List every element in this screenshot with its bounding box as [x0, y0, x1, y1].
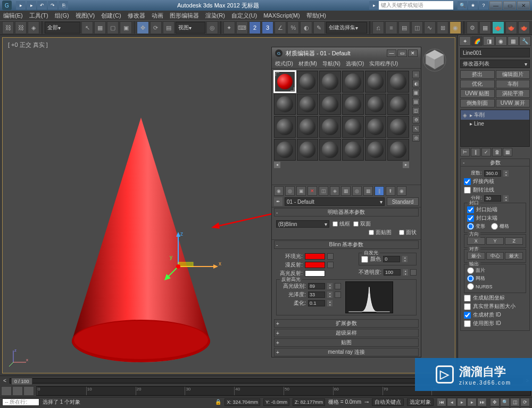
maximize-button[interactable]: ▭ — [503, 1, 516, 10]
tool-spinner-icon[interactable]: ◐ — [300, 21, 312, 34]
slot-10[interactable] — [342, 94, 364, 115]
shader-dropdown[interactable]: (B)Blinn▾ — [276, 220, 329, 228]
diffuse-swatch[interactable] — [305, 262, 325, 268]
autokey-button[interactable]: 自动关键点 — [372, 398, 404, 406]
side-select-icon[interactable]: ↖ — [412, 125, 420, 132]
two-sided-checkbox[interactable] — [353, 221, 359, 227]
minimize-button[interactable]: — — [489, 1, 502, 10]
degrees-spinner[interactable]: 360.0 — [484, 170, 501, 177]
transport-start-icon[interactable]: ⏮ — [437, 398, 446, 406]
slot-7[interactable] — [274, 94, 296, 115]
nav-zoom-icon[interactable]: 🔍 — [500, 398, 510, 406]
real-uv-checkbox[interactable] — [464, 303, 471, 310]
slot-15[interactable] — [319, 116, 341, 138]
use-ids-checkbox[interactable] — [464, 320, 471, 327]
rollout-mentalray[interactable]: +mental ray 连接 — [274, 348, 419, 356]
tool-link-icon[interactable]: ⛓ — [2, 21, 14, 34]
gen-ids-checkbox[interactable] — [464, 312, 471, 319]
tab-utilities-icon[interactable]: 🔧 — [519, 36, 531, 46]
stack-config-icon[interactable]: ▦ — [503, 148, 512, 156]
tb-save-icon[interactable]: ▸ — [27, 1, 36, 10]
cap-end-checkbox[interactable] — [467, 215, 474, 222]
tool-scale-icon[interactable]: ▤ — [163, 21, 174, 34]
viewport-label[interactable]: [ +0 正交 真实 ] — [8, 41, 48, 49]
soften-spinner[interactable]: 0.1 — [308, 300, 325, 306]
slot-18[interactable] — [387, 116, 409, 138]
rollout-maps[interactable]: +贴图 — [274, 338, 419, 347]
mod-uvwunwrap[interactable]: UVW 展开 — [496, 99, 530, 107]
tb-open-icon[interactable]: ▸ — [16, 1, 26, 10]
tab-motion-icon[interactable]: ◉ — [495, 36, 507, 46]
nav-orbit-icon[interactable]: ⟳ — [520, 398, 530, 406]
mat-menu-material[interactable]: 材质(M) — [298, 60, 317, 68]
tool-rfw-icon[interactable]: ▦ — [479, 21, 491, 34]
spec-level-spinner[interactable]: 89 — [308, 283, 325, 289]
close-button[interactable]: ✕ — [517, 1, 530, 10]
align-center-button[interactable]: 中心 — [486, 252, 504, 260]
selfillum-spinner[interactable]: 0 — [383, 256, 400, 262]
tool-selname-icon[interactable]: ▦ — [94, 21, 106, 34]
mod-editpatch[interactable]: 编辑面片 — [496, 70, 530, 79]
slot-1[interactable] — [274, 71, 296, 93]
script-line[interactable]: -- 所在行: — [2, 398, 39, 406]
tool-teapot2-icon[interactable]: 🫖 — [518, 21, 530, 34]
out-mesh-radio[interactable] — [467, 275, 474, 282]
object-name-input[interactable]: Line001 — [460, 48, 530, 57]
side-vid-icon[interactable]: ◫ — [412, 107, 420, 114]
tool-angle-icon[interactable]: ∠ — [275, 21, 286, 34]
stack-line[interactable]: ▸Line — [461, 120, 529, 128]
tool-manip-icon[interactable]: ✦ — [223, 21, 235, 34]
slot-19[interactable] — [274, 139, 296, 161]
tb-undo-icon[interactable]: ↶ — [37, 1, 47, 10]
menu-grapheditors[interactable]: 图形编辑器 — [170, 12, 199, 20]
tab-display-icon[interactable]: ▦ — [508, 36, 519, 46]
tool-rotate-icon[interactable]: ⟳ — [150, 21, 162, 34]
menu-maxscript[interactable]: MAXScript(M) — [263, 12, 300, 19]
tb-redo-icon[interactable]: ↷ — [48, 1, 57, 10]
mod-turbosmooth[interactable]: 涡轮平滑 — [496, 89, 530, 98]
rollout-supersample[interactable]: +超级采样 — [274, 329, 419, 337]
mat-gofwd-icon[interactable]: ◉ — [397, 186, 406, 196]
mat-effect-icon[interactable]: ◎ — [352, 186, 362, 196]
tool-align-icon[interactable]: ≡ — [385, 21, 397, 34]
ambient-map-button[interactable] — [327, 253, 334, 260]
tool-schematic-icon[interactable]: ⊞ — [437, 21, 448, 34]
faceted-checkbox[interactable] — [399, 230, 404, 235]
side-opts-icon[interactable]: ⚙ — [412, 116, 420, 123]
dir-z-button[interactable]: Z — [505, 237, 523, 245]
out-patch-radio[interactable] — [467, 267, 474, 274]
gloss-spinner[interactable]: 33 — [308, 292, 325, 298]
mat-putlib-icon[interactable]: ▦ — [341, 186, 351, 196]
tool-render-icon[interactable]: 🫖 — [492, 21, 504, 34]
mat-showend-icon[interactable]: ∥ — [375, 186, 384, 196]
modifier-stack[interactable]: ◈▸车削 ▸Line — [460, 110, 530, 147]
diffuse-map-button[interactable] — [327, 262, 334, 268]
slot-13[interactable] — [274, 116, 296, 138]
named-selset-dropdown[interactable]: 创建选择集 ▾ — [326, 22, 368, 34]
tool-snap3-icon[interactable]: 3 — [262, 21, 273, 34]
tool-teapot-icon[interactable]: 🫖 — [505, 21, 517, 34]
material-name-dropdown[interactable]: 01 - Default▾ — [285, 197, 385, 206]
side-maps-icon[interactable]: ◎ — [412, 134, 420, 141]
menu-edit[interactable]: 编辑(E) — [3, 12, 23, 20]
coord-z[interactable]: Z: 82.177mm — [293, 398, 325, 406]
track-btn2[interactable] — [12, 386, 23, 396]
slot-21[interactable] — [319, 139, 341, 161]
tool-bind-icon[interactable]: ◈ — [28, 21, 39, 34]
slot-12[interactable] — [387, 94, 409, 115]
menu-views[interactable]: 视图(V) — [76, 12, 95, 20]
tool-percent-icon[interactable]: % — [287, 21, 299, 34]
track-btn1[interactable] — [1, 386, 12, 396]
mat-put-icon[interactable]: ◎ — [285, 186, 295, 196]
slot-24[interactable] — [387, 139, 409, 161]
tool-material-icon[interactable]: ◉ — [450, 21, 461, 34]
menu-tools[interactable]: 工具(T) — [29, 12, 48, 20]
coord-y[interactable]: Y: -0.0mm — [263, 398, 289, 406]
selfillum-color-checkbox[interactable] — [361, 256, 368, 263]
slot-17[interactable] — [365, 116, 387, 138]
pick-material-icon[interactable]: ✒ — [274, 197, 282, 206]
slot-16[interactable] — [342, 116, 364, 138]
stack-remove-icon[interactable]: 🗑 — [492, 148, 502, 156]
facemap-checkbox[interactable] — [369, 230, 374, 235]
modifier-list-dropdown[interactable]: 修改器列表▾ — [460, 60, 530, 68]
